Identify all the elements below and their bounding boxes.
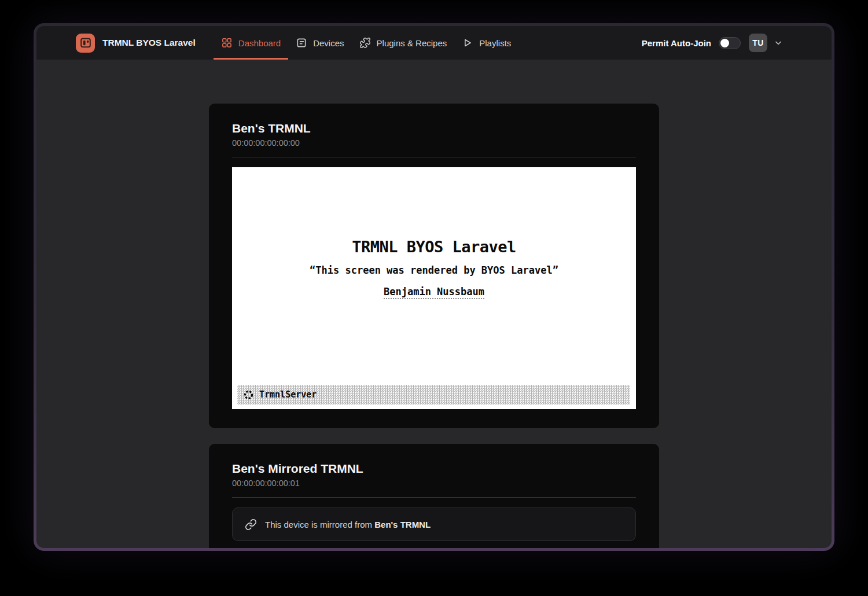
nav-item-dashboard[interactable]: Dashboard (214, 26, 288, 60)
nav-item-label: Dashboard (238, 38, 281, 48)
mirror-notice-prefix: This device is mirrored from (265, 520, 374, 529)
nav-item-playlists[interactable]: Playlists (454, 26, 518, 60)
device-name: Ben's TRMNL (232, 122, 636, 135)
screen-author-link: Benjamin Nussbaum (384, 286, 484, 299)
nav-menu: Dashboard Devices Plugins & Recipes (214, 26, 519, 60)
user-avatar[interactable]: TU (749, 34, 767, 52)
device-name: Ben's Mirrored TRMNL (232, 462, 636, 476)
device-card: Ben's Mirrored TRMNL 00:00:00:00:00:01 T… (209, 444, 659, 548)
mirror-notice: This device is mirrored from Ben's TRMNL (232, 507, 636, 541)
device-card: Ben's TRMNL 00:00:00:00:00:00 TRMNL BYOS… (209, 104, 659, 428)
device-screen-preview[interactable]: TRMNL BYOS Laravel “This screen was rend… (232, 167, 636, 409)
chevron-down-icon (774, 38, 783, 47)
screen-status-label: TrmnlServer (259, 389, 317, 400)
devices-icon (296, 37, 307, 49)
nav-item-devices[interactable]: Devices (288, 26, 351, 60)
trmnl-logo[interactable] (76, 34, 95, 53)
navbar: TRMNL BYOS Laravel Dashboard (36, 26, 832, 60)
divider (232, 157, 636, 157)
screen-quote: “This screen was rendered by BYOS Larave… (232, 264, 636, 276)
nav-item-label: Plugins & Recipes (377, 38, 447, 48)
dashboard-icon (221, 37, 233, 49)
spinner-icon (243, 389, 254, 400)
mirror-source-name: Ben's TRMNL (374, 520, 431, 529)
app-window: TRMNL BYOS Laravel Dashboard (36, 26, 832, 548)
toggle-knob (720, 39, 729, 47)
puzzle-icon (359, 37, 371, 49)
play-icon (462, 37, 473, 49)
permit-auto-join-toggle[interactable] (719, 37, 741, 49)
user-menu-trigger[interactable] (774, 38, 783, 47)
permit-auto-join-label: Permit Auto-Join (642, 38, 711, 48)
app-window-frame: TRMNL BYOS Laravel Dashboard (34, 23, 834, 551)
trmnl-device-icon (79, 36, 92, 49)
app-title: TRMNL BYOS Laravel (102, 38, 196, 48)
device-mac-address: 00:00:00:00:00:01 (232, 479, 636, 488)
nav-item-plugins-recipes[interactable]: Plugins & Recipes (352, 26, 455, 60)
nav-item-label: Playlists (479, 38, 511, 48)
device-mac-address: 00:00:00:00:00:00 (232, 138, 636, 148)
divider (232, 497, 636, 498)
navbar-right: Permit Auto-Join TU (642, 34, 783, 52)
dashboard-content: Ben's TRMNL 00:00:00:00:00:00 TRMNL BYOS… (36, 60, 832, 548)
screen-author-row: Benjamin Nussbaum (232, 286, 636, 299)
screen-title: TRMNL BYOS Laravel (232, 238, 636, 256)
screen-content: TRMNL BYOS Laravel “This screen was rend… (232, 167, 636, 299)
link-icon (245, 518, 257, 531)
mirror-notice-text: This device is mirrored from Ben's TRMNL (265, 520, 431, 529)
nav-item-label: Devices (313, 38, 344, 48)
screen-status-bar: TrmnlServer (237, 385, 630, 404)
